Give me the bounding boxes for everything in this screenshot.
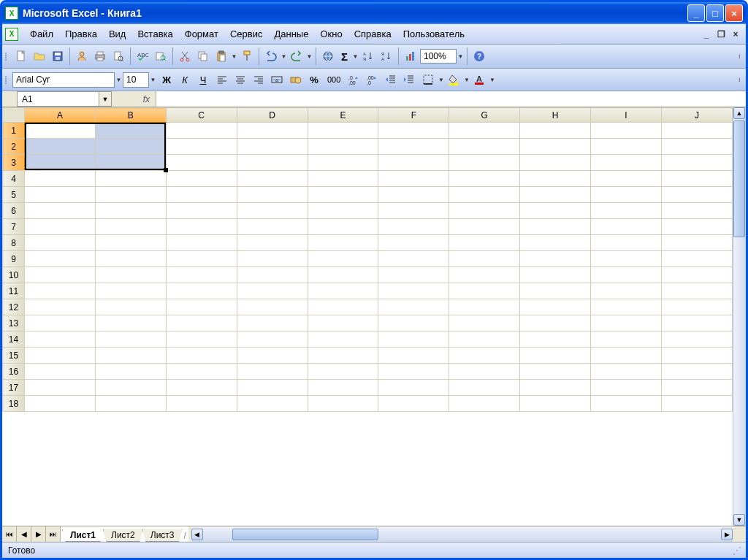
cell-F6[interactable] bbox=[378, 203, 449, 219]
cell-G1[interactable] bbox=[449, 123, 520, 139]
spellcheck-icon[interactable]: ABC bbox=[134, 47, 151, 65]
col-header-J[interactable]: J bbox=[661, 108, 732, 123]
cell-I9[interactable] bbox=[591, 251, 662, 267]
cell-A8[interactable] bbox=[24, 235, 95, 251]
cell-F18[interactable] bbox=[378, 396, 449, 412]
cell-C18[interactable] bbox=[166, 396, 237, 412]
cell-E3[interactable] bbox=[308, 155, 378, 171]
cell-J11[interactable] bbox=[661, 283, 732, 299]
redo-dropdown[interactable]: ▼ bbox=[306, 53, 313, 60]
cell-D16[interactable] bbox=[237, 364, 308, 380]
cell-F3[interactable] bbox=[378, 155, 449, 171]
cell-D13[interactable] bbox=[237, 315, 308, 331]
merge-center-icon[interactable]: a bbox=[268, 71, 286, 88]
print-icon[interactable] bbox=[91, 47, 109, 65]
cell-H14[interactable] bbox=[520, 331, 591, 348]
cell-G10[interactable] bbox=[449, 267, 520, 283]
cell-J2[interactable] bbox=[661, 139, 732, 155]
col-header-C[interactable]: C bbox=[166, 108, 237, 123]
italic-button[interactable]: К bbox=[176, 71, 194, 88]
cell-J4[interactable] bbox=[661, 171, 732, 187]
cell-B15[interactable] bbox=[95, 348, 166, 364]
cell-C9[interactable] bbox=[166, 251, 237, 267]
menu-window[interactable]: Окно bbox=[314, 26, 348, 42]
col-header-B[interactable]: B bbox=[95, 108, 166, 123]
cell-A13[interactable] bbox=[24, 315, 95, 331]
cell-D7[interactable] bbox=[237, 219, 308, 235]
cell-D9[interactable] bbox=[237, 251, 308, 267]
undo-dropdown[interactable]: ▼ bbox=[280, 53, 287, 60]
help-icon[interactable]: ? bbox=[470, 47, 488, 65]
tab-nav-last[interactable]: ⏭ bbox=[46, 526, 61, 542]
cell-E10[interactable] bbox=[308, 267, 378, 283]
row-header-14[interactable]: 14 bbox=[3, 331, 25, 348]
fill-color-dropdown[interactable]: ▼ bbox=[463, 77, 470, 83]
cell-E12[interactable] bbox=[308, 299, 378, 315]
sort-desc-icon[interactable]: ЯА bbox=[378, 47, 395, 65]
fx-button[interactable]: fx bbox=[112, 91, 156, 107]
formula-input[interactable] bbox=[156, 91, 746, 107]
cell-E18[interactable] bbox=[308, 396, 378, 412]
cell-E14[interactable] bbox=[308, 331, 378, 348]
menu-insert[interactable]: Вставка bbox=[131, 26, 178, 42]
doc-close-button[interactable]: × bbox=[730, 29, 741, 39]
autosum-icon[interactable]: Σ bbox=[337, 47, 351, 65]
cell-I2[interactable] bbox=[591, 139, 662, 155]
horizontal-scrollbar[interactable]: ◀ ▶ bbox=[191, 526, 733, 542]
hyperlink-icon[interactable] bbox=[319, 47, 337, 65]
menu-user[interactable]: Пользователь bbox=[397, 26, 470, 42]
cell-I10[interactable] bbox=[591, 267, 662, 283]
cell-H17[interactable] bbox=[520, 380, 591, 396]
cell-F2[interactable] bbox=[378, 139, 449, 155]
cell-C8[interactable] bbox=[166, 235, 237, 251]
formatbar-options[interactable]: ⁞ bbox=[736, 77, 743, 83]
cell-J5[interactable] bbox=[661, 187, 732, 203]
menu-format[interactable]: Формат bbox=[179, 26, 224, 42]
research-icon[interactable] bbox=[152, 47, 169, 65]
cell-A1[interactable] bbox=[24, 123, 95, 139]
cell-I1[interactable] bbox=[591, 123, 662, 139]
tab-nav-first[interactable]: ⏮ bbox=[2, 526, 17, 542]
cell-H2[interactable] bbox=[520, 139, 591, 155]
font-name-combo[interactable] bbox=[12, 72, 115, 88]
cell-G14[interactable] bbox=[449, 331, 520, 348]
font-name-dropdown[interactable]: ▼ bbox=[115, 77, 122, 83]
cell-D6[interactable] bbox=[237, 203, 308, 219]
copy-icon[interactable] bbox=[194, 47, 212, 65]
cell-F15[interactable] bbox=[378, 348, 449, 364]
cell-E9[interactable] bbox=[308, 251, 378, 267]
new-icon[interactable] bbox=[12, 47, 30, 65]
cell-F8[interactable] bbox=[378, 235, 449, 251]
cell-H13[interactable] bbox=[520, 315, 591, 331]
cell-A14[interactable] bbox=[24, 331, 95, 348]
cell-J16[interactable] bbox=[661, 364, 732, 380]
font-color-icon[interactable]: A bbox=[470, 71, 488, 88]
bold-button[interactable]: Ж bbox=[158, 71, 175, 88]
sort-asc-icon[interactable]: АЯ bbox=[359, 47, 377, 65]
cell-C16[interactable] bbox=[166, 364, 237, 380]
cell-I18[interactable] bbox=[591, 396, 662, 412]
cell-H10[interactable] bbox=[520, 267, 591, 283]
chart-wizard-icon[interactable] bbox=[402, 47, 419, 65]
cell-J1[interactable] bbox=[661, 123, 732, 139]
decrease-indent-icon[interactable] bbox=[382, 71, 400, 88]
cell-I14[interactable] bbox=[591, 331, 662, 348]
cell-B14[interactable] bbox=[95, 331, 166, 348]
cell-F17[interactable] bbox=[378, 380, 449, 396]
cell-G13[interactable] bbox=[449, 315, 520, 331]
cell-J9[interactable] bbox=[661, 251, 732, 267]
cell-F7[interactable] bbox=[378, 219, 449, 235]
cell-I7[interactable] bbox=[591, 219, 662, 235]
cell-F10[interactable] bbox=[378, 267, 449, 283]
cell-H15[interactable] bbox=[520, 348, 591, 364]
cell-I17[interactable] bbox=[591, 380, 662, 396]
cell-A18[interactable] bbox=[24, 396, 95, 412]
cell-G15[interactable] bbox=[449, 348, 520, 364]
cell-J8[interactable] bbox=[661, 235, 732, 251]
cell-C11[interactable] bbox=[166, 283, 237, 299]
cell-A16[interactable] bbox=[24, 364, 95, 380]
zoom-combo[interactable] bbox=[420, 49, 457, 64]
row-header-1[interactable]: 1 bbox=[3, 123, 25, 139]
increase-decimal-icon[interactable]: ,0,00 bbox=[345, 71, 362, 88]
toolbar-options[interactable]: ⁞ bbox=[736, 53, 743, 60]
